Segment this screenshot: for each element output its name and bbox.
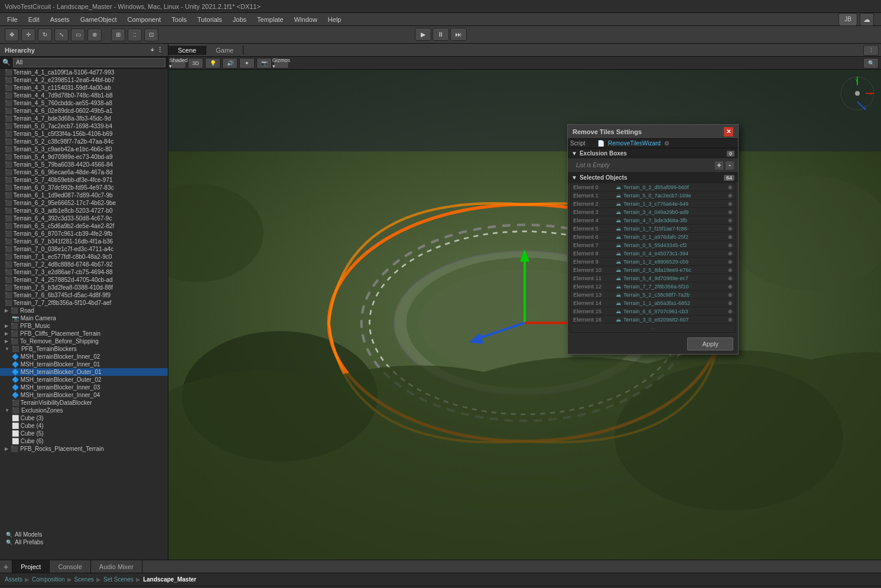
- list-item[interactable]: ⬛ Terrain_6_0_37dc992b-fd95-4e97-83c: [0, 184, 168, 191]
- 3d-2d-toggle[interactable]: 3D: [188, 58, 203, 69]
- menu-assets[interactable]: Assets: [45, 15, 74, 24]
- hierarchy-road-group[interactable]: ▶ ⬛ Road: [0, 307, 168, 314]
- remove-element-icon[interactable]: ⊗: [728, 284, 733, 290]
- menu-gameobject[interactable]: GameObject: [76, 15, 122, 24]
- scene-view[interactable]: Y X Z: [168, 70, 881, 560]
- light-toggle[interactable]: 💡: [205, 58, 220, 69]
- list-item[interactable]: ⬛ Terrain_6_5_c5d6a9b2-de5e-4ae2-82f: [0, 222, 168, 230]
- list-item[interactable]: ⬛ Terrain_7_6_6b3745cf-d5ac-4d8f-9f9: [0, 291, 168, 299]
- remove-element-icon[interactable]: ⊗: [728, 300, 733, 306]
- list-item[interactable]: ⬛ Terrain_6_7_b341f281-16db-4f1a-b36: [0, 238, 168, 245]
- list-item[interactable]: ⬛ Terrain_7_7_2f8b356a-5f10-4bd7-aef: [0, 299, 168, 307]
- grid-button[interactable]: ::: [128, 28, 142, 41]
- list-item[interactable]: ⬛ Terrain_7_0_038e1c7f-ed3c-4711-a4c: [0, 245, 168, 253]
- remove-element-icon[interactable]: ⊗: [728, 259, 733, 265]
- remove-element-icon[interactable]: ⊗: [728, 242, 733, 248]
- shading-dropdown[interactable]: Shaded ▾: [171, 58, 186, 69]
- list-item[interactable]: ⬛ Terrain_6_6_8707c961-cb39-4fe2-9fb: [0, 230, 168, 238]
- remove-element-icon[interactable]: ⊗: [728, 234, 733, 240]
- hierarchy-pfb-cliffs-group[interactable]: ▶ ⬛ PFB_Cliffs_Placement_Terrain: [0, 330, 168, 337]
- hierarchy-to-remove-group[interactable]: ▶ ⬛ To_Remove_Before_Shipping: [0, 337, 168, 345]
- list-item-selected[interactable]: 🔷 MSH_terrainBlocker_Outer_01: [0, 368, 168, 376]
- list-item[interactable]: ⬛ Terrain_7_5_b3d2fea8-0388-410d-88f: [0, 284, 168, 291]
- remove-element-icon[interactable]: ⊗: [728, 275, 733, 281]
- menu-tools[interactable]: Tools: [167, 15, 191, 24]
- list-item[interactable]: ⬛ Terrain_7_4_2578852d-4705-40cb-ad: [0, 276, 168, 284]
- hierarchy-pfb-music-group[interactable]: ▶ ⬛ PFB_Music: [0, 322, 168, 330]
- hierarchy-terrain-blockers-group[interactable]: ▼ ⬛ PFB_TerrainBlockers: [0, 345, 168, 353]
- project-plus-btn[interactable]: +: [0, 560, 12, 573]
- selected-objects-header[interactable]: ▼ Selected Objects 64: [568, 173, 738, 183]
- list-item[interactable]: ⬛ Terrain_5_0_7ac2ecb7-1698-4339-b4: [0, 122, 168, 130]
- remove-element-icon[interactable]: ⊗: [728, 201, 733, 207]
- script-settings-icon[interactable]: ⚙: [664, 140, 669, 147]
- menu-tutorials[interactable]: Tutorials: [193, 15, 227, 24]
- list-item[interactable]: ⬛ Terrain_4_3_c1154031-59df-4a00-ab: [0, 84, 168, 92]
- rotate-button[interactable]: ↻: [38, 28, 52, 41]
- list-item[interactable]: ⬛ Terrain_5_5_79ba6038-4420-4566-84: [0, 161, 168, 168]
- gizmos-btn[interactable]: Gizmos ▾: [274, 58, 289, 69]
- step-button[interactable]: ⏭: [450, 28, 467, 41]
- snap-button[interactable]: ⊡: [144, 28, 158, 41]
- list-item[interactable]: ⬛ Terrain_4_4_7d9d78b0-748c-48b1-b8: [0, 92, 168, 99]
- gizmo-button[interactable]: ⊞: [111, 28, 125, 41]
- list-item[interactable]: ⬛ Terrain_7_2_4d8c888d-6748-4b67-92: [0, 261, 168, 268]
- remove-element-icon[interactable]: ⊗: [728, 317, 733, 323]
- list-item[interactable]: ⬛ TerrainVisibilityDataBlocker: [0, 399, 168, 407]
- remove-element-icon[interactable]: ⊗: [728, 209, 733, 215]
- tab-console[interactable]: Console: [50, 560, 90, 573]
- list-item[interactable]: ⬛ Terrain_5_7_40b59ebb-df3e-4fce-971: [0, 176, 168, 184]
- menu-template[interactable]: Template: [252, 15, 288, 24]
- pause-button[interactable]: ⏸: [433, 28, 449, 41]
- move-button[interactable]: ✛: [21, 28, 35, 41]
- breadcrumb-assets[interactable]: Assets: [5, 576, 22, 583]
- menu-file[interactable]: File: [2, 15, 22, 24]
- remove-element-icon[interactable]: ⊗: [728, 267, 733, 273]
- list-item[interactable]: ⬛ Terrain_6_3_adb1e8cb-5203-4727-b0: [0, 207, 168, 215]
- list-item[interactable]: ⬛ Terrain_4_7_bde3d68a-3fb3-45dc-9d: [0, 115, 168, 122]
- cloud-button[interactable]: ☁: [860, 13, 874, 26]
- list-item[interactable]: ⬛ Terrain_6_4_392c3d33-50d8-4c67-9c: [0, 215, 168, 222]
- scene-camera-btn[interactable]: 📷: [256, 58, 272, 69]
- tab-game[interactable]: Game: [206, 46, 243, 55]
- list-item[interactable]: ⬛ Terrain_5_2_c38c98f7-7a2b-47aa-84c: [0, 138, 168, 145]
- list-item-cube4[interactable]: ⬜ Cube (4): [0, 422, 168, 430]
- tab-audio-mixer[interactable]: Audio Mixer: [91, 560, 142, 573]
- breadcrumb-scenes[interactable]: Scenes: [74, 576, 94, 583]
- fx-toggle[interactable]: ✦: [239, 58, 255, 69]
- remove-element-icon[interactable]: ⊗: [728, 292, 733, 298]
- list-item[interactable]: ⬛ Terrain_5_6_96ecae6a-48de-467a-8d: [0, 168, 168, 176]
- list-item[interactable]: ⬛ Terrain_6_2_95e66652-17c7-4b62-9be: [0, 199, 168, 207]
- menu-jobs[interactable]: Jobs: [228, 15, 251, 24]
- menu-edit[interactable]: Edit: [24, 15, 44, 24]
- menu-window[interactable]: Window: [290, 15, 322, 24]
- remove-element-icon[interactable]: ⊗: [728, 193, 733, 199]
- list-item[interactable]: ⬛ Terrain_7_1_ec577fdf-c8b0-48a2-9c0: [0, 253, 168, 261]
- list-item-cube6[interactable]: ⬜ Cube (6): [0, 437, 168, 445]
- list-item-cube3[interactable]: ⬜ Cube (3): [0, 414, 168, 422]
- search-scene-btn[interactable]: 🔍: [863, 58, 879, 69]
- list-item[interactable]: ⬛ Terrain_5_3_c9aeb42a-e1bc-4b6c-80: [0, 145, 168, 153]
- tab-project[interactable]: Project: [12, 560, 50, 573]
- remove-exclusion-button[interactable]: -: [725, 161, 734, 170]
- list-item[interactable]: ⬛ Terrain_5_1_c5f33f4a-156b-4106-b69: [0, 130, 168, 138]
- hierarchy-exclusion-zones-group[interactable]: ▼ ⬛ ExclusionZones: [0, 407, 168, 414]
- transform2-button[interactable]: ⊕: [87, 28, 102, 41]
- menu-help[interactable]: Help: [323, 15, 346, 24]
- list-item[interactable]: 📷 Main Camera: [0, 314, 168, 322]
- hierarchy-pfb-rocks-group[interactable]: ▶ ⬛ PFB_Rocks_Placement_Terrain: [0, 445, 168, 453]
- list-item[interactable]: 🔷 MSH_terrainBlocker_Inner_02: [0, 353, 168, 360]
- remove-element-icon[interactable]: ⊗: [728, 217, 733, 223]
- list-item[interactable]: ⬛ Terrain_4_6_02e89dcd-0602-49b5-a1: [0, 107, 168, 115]
- remove-element-icon[interactable]: ⊗: [728, 308, 733, 314]
- hierarchy-add-icon[interactable]: +: [151, 46, 154, 54]
- breadcrumb-composition[interactable]: Composition: [32, 576, 65, 583]
- list-item[interactable]: ⬛ Terrain_4_2_e2398511-2ea6-44bf-bb7: [0, 76, 168, 84]
- scene-options-button[interactable]: ⋮: [863, 45, 879, 56]
- remove-element-icon[interactable]: ⊗: [728, 226, 733, 232]
- hierarchy-menu-icon[interactable]: ⋮: [157, 46, 163, 54]
- breadcrumb-set-scenes[interactable]: Set Scenes: [103, 576, 134, 583]
- list-item-cube5[interactable]: ⬜ Cube (5): [0, 430, 168, 437]
- scale-button[interactable]: ⤡: [54, 28, 69, 41]
- add-exclusion-button[interactable]: +: [714, 161, 724, 170]
